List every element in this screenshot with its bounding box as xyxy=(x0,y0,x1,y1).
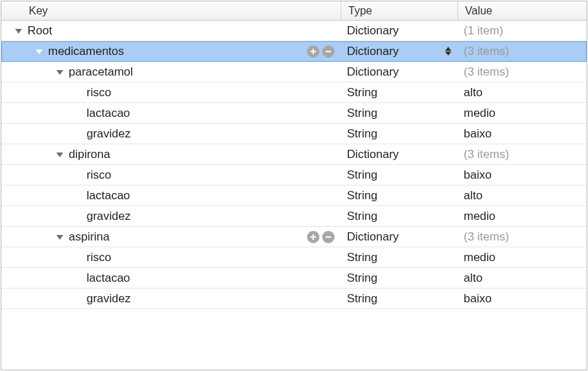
value-text: baixo xyxy=(464,292,492,306)
column-header-type-label: Type xyxy=(348,5,372,17)
svg-marker-0 xyxy=(15,29,22,34)
key-text: medicamentos xyxy=(48,45,124,58)
key-text: paracetamol xyxy=(69,65,133,79)
value-text: medio xyxy=(464,251,495,265)
disclosure-triangle-icon[interactable] xyxy=(34,47,44,56)
disclosure-triangle-icon[interactable] xyxy=(14,26,23,36)
value-text: medio xyxy=(464,210,495,223)
row-aspirina-risco[interactable]: risco String medio xyxy=(1,247,587,268)
row-paracetamol-lactacao[interactable]: lactacao String medio xyxy=(1,103,587,124)
remove-item-button[interactable] xyxy=(322,45,335,58)
value-text: alto xyxy=(464,86,482,100)
svg-marker-9 xyxy=(56,235,63,240)
type-text: Dictionary xyxy=(347,148,399,161)
value-text: alto xyxy=(464,189,482,203)
row-aspirina[interactable]: aspirina Dictionary (3 items) xyxy=(1,227,587,247)
key-text: aspirina xyxy=(69,230,110,244)
row-dipirona-lactacao[interactable]: lactacao String alto xyxy=(1,186,587,206)
type-text: String xyxy=(347,168,377,182)
value-text: baixo xyxy=(464,168,492,182)
type-text: String xyxy=(347,271,377,285)
row-dipirona-gravidez[interactable]: gravidez String medio xyxy=(1,206,587,227)
key-text: risco xyxy=(87,86,111,100)
type-text: Dictionary xyxy=(347,45,399,58)
value-text: medio xyxy=(464,106,495,120)
row-paracetamol-gravidez[interactable]: gravidez String baixo xyxy=(1,124,587,144)
column-headers: Key Type Value xyxy=(1,1,587,21)
key-text: lactacao xyxy=(87,106,130,120)
type-text: String xyxy=(347,86,377,100)
column-header-key[interactable]: Key xyxy=(1,1,341,20)
svg-marker-1 xyxy=(36,49,43,54)
value-text: baixo xyxy=(464,127,492,141)
row-aspirina-gravidez[interactable]: gravidez String baixo xyxy=(1,289,587,309)
type-text: Dictionary xyxy=(347,24,399,38)
key-text: lactacao xyxy=(87,189,130,203)
key-text: dipirona xyxy=(69,148,111,161)
plist-editor: Key Type Value Root Dictionary (1 item) xyxy=(1,1,587,370)
key-text: risco xyxy=(87,168,111,182)
row-dipirona[interactable]: dipirona Dictionary (3 items) xyxy=(1,144,587,165)
add-item-button[interactable] xyxy=(307,45,319,58)
value-text: (3 items) xyxy=(464,65,509,79)
value-text: alto xyxy=(464,271,482,285)
row-dipirona-risco[interactable]: risco String baixo xyxy=(1,165,587,186)
rows-container: Root Dictionary (1 item) medicamentos xyxy=(1,21,587,309)
type-text: Dictionary xyxy=(347,65,399,79)
type-text: Dictionary xyxy=(347,230,399,244)
remove-item-button[interactable] xyxy=(322,231,335,243)
column-header-type[interactable]: Type xyxy=(341,1,458,20)
type-text: String xyxy=(347,292,377,306)
key-text: Root xyxy=(27,24,52,38)
key-text: gravidez xyxy=(87,127,131,141)
type-text: String xyxy=(347,106,377,120)
value-text: (1 item) xyxy=(464,24,504,38)
type-stepper-icon[interactable] xyxy=(445,47,451,56)
row-root[interactable]: Root Dictionary (1 item) xyxy=(1,21,587,41)
row-aspirina-lactacao[interactable]: lactacao String alto xyxy=(1,268,587,289)
type-text: String xyxy=(347,127,377,141)
svg-marker-8 xyxy=(56,153,63,157)
type-text: String xyxy=(347,189,377,203)
svg-marker-6 xyxy=(445,52,451,56)
disclosure-triangle-icon[interactable] xyxy=(55,67,65,77)
key-text: lactacao xyxy=(87,271,130,285)
row-paracetamol[interactable]: paracetamol Dictionary (3 items) xyxy=(1,62,587,82)
row-medicamentos[interactable]: medicamentos Dictionary (3 items) xyxy=(1,41,587,62)
column-header-value[interactable]: Value xyxy=(458,1,587,20)
column-header-value-label: Value xyxy=(465,5,493,17)
disclosure-triangle-icon[interactable] xyxy=(55,150,65,159)
svg-marker-7 xyxy=(56,70,63,75)
type-text: String xyxy=(347,251,377,265)
value-text: (3 items) xyxy=(464,230,509,244)
type-text: String xyxy=(347,210,377,223)
value-text: (3 items) xyxy=(464,45,509,58)
add-item-button[interactable] xyxy=(307,231,319,243)
row-paracetamol-risco[interactable]: risco String alto xyxy=(1,82,587,103)
key-text: gravidez xyxy=(87,292,131,306)
column-header-key-label: Key xyxy=(29,5,48,17)
key-text: risco xyxy=(87,251,111,265)
disclosure-triangle-icon[interactable] xyxy=(55,232,65,242)
key-text: gravidez xyxy=(87,210,131,223)
svg-marker-5 xyxy=(445,47,451,51)
value-text: (3 items) xyxy=(464,148,509,161)
